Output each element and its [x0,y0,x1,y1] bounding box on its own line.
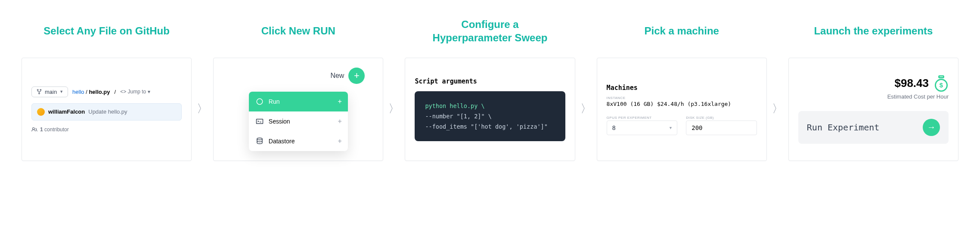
step-title: Select Any File on GitHub [43,17,169,45]
script-card: Script arguments python hello.py \ --num… [405,58,575,161]
plus-icon: + [348,68,365,84]
new-menu: Run + Session + Datastore + [249,92,348,151]
new-label: New [330,72,344,80]
step-5: Launch the experiments $98.43 $ Estimate… [788,17,958,161]
launch-card: $98.43 $ Estimated Cost per Hour Run Exp… [788,58,958,161]
arrow-icon: 〉 [767,17,788,161]
estimated-cost: $98.43 [894,77,929,90]
branch-name: main [45,89,57,95]
step-title: Click New RUN [261,17,335,45]
step-title: Configure a Hyperparameter Sweep [433,17,548,45]
arrow-right-icon: → [923,119,940,136]
arrow-icon: 〉 [575,17,597,161]
github-card: main ▼ hello / hello.py / <> Jump to ▾ w… [22,58,192,161]
disk-field-label: DISK SIZE (GB) [686,116,757,120]
branch-selector[interactable]: main ▼ [31,87,68,97]
git-branch-icon [36,89,42,95]
session-icon [256,117,264,125]
run-experiment-button[interactable]: Run Experiment → [798,111,949,144]
contributors[interactable]: 1 contributor [31,127,182,133]
step-3: Configure a Hyperparameter Sweep Script … [405,17,575,161]
commit-message: Update hello.py [88,108,127,115]
run-icon [256,98,264,105]
cost-timer-icon: $ [934,75,949,92]
gpus-field-label: GPUS PER EXPERIMENT [607,116,678,120]
new-run-card: New + Run + Session + [213,58,383,161]
step-title: Launch the experiments [814,17,933,45]
step-2: Click New RUN New + Run + Session [213,17,383,161]
commit-author: williamFalcon [48,108,85,115]
svg-point-0 [257,99,263,105]
code-line: --number "[1, 2]" \ [425,111,555,121]
code-line: --food_items "['hot dog', 'pizza']" [425,121,555,132]
svg-rect-1 [256,119,263,124]
jump-to-link[interactable]: <> Jump to ▾ [120,89,150,95]
svg-point-2 [257,138,262,140]
menu-item-run[interactable]: Run + [249,92,348,111]
arrow-icon: 〉 [383,17,405,161]
menu-item-label: Datastore [269,138,295,145]
menu-item-datastore[interactable]: Datastore + [249,131,348,151]
run-experiment-label: Run Experiment [807,122,880,133]
script-arguments-label: Script arguments [415,77,565,85]
menu-item-label: Run [269,98,280,105]
plus-icon: + [338,98,341,105]
plus-icon: + [338,137,341,145]
cost-row: $98.43 $ [798,75,949,92]
gpus-select[interactable]: 8 ▼ [607,121,678,135]
file-path[interactable]: hello / hello.py [72,89,110,95]
code-line: python hello.py \ [425,101,555,111]
svg-rect-3 [939,76,944,77]
disk-input[interactable]: 200 [686,121,757,135]
avatar [37,108,45,116]
plus-icon: + [338,117,341,125]
svg-text:$: $ [940,81,943,89]
arrow-icon: 〉 [192,17,213,161]
step-1: Select Any File on GitHub main ▼ hello /… [22,17,192,161]
machines-label: Machines [607,84,757,92]
step-title: Pick a machine [644,17,719,45]
chevron-down-icon: ▼ [670,126,672,130]
steps-row: Select Any File on GitHub main ▼ hello /… [22,17,958,161]
instance-value[interactable]: 8xV100 (16 GB) $24.48/h (p3.16xlarge) [607,101,757,107]
people-icon [31,127,37,133]
chevron-down-icon: ▼ [59,90,63,94]
code-block[interactable]: python hello.py \ --number "[1, 2]" \ --… [415,91,565,142]
step-4: Pick a machine Machines INSTANCE 8xV100 … [597,17,767,161]
menu-item-session[interactable]: Session + [249,111,348,131]
github-header-row: main ▼ hello / hello.py / <> Jump to ▾ [31,87,182,97]
cost-subtitle: Estimated Cost per Hour [798,93,949,100]
commit-row[interactable]: williamFalcon Update hello.py [31,103,182,121]
machines-card: Machines INSTANCE 8xV100 (16 GB) $24.48/… [597,58,767,161]
menu-item-label: Session [269,118,290,125]
new-button[interactable]: New + [330,68,365,84]
datastore-icon [256,137,264,145]
instance-field-label: INSTANCE [607,96,757,100]
